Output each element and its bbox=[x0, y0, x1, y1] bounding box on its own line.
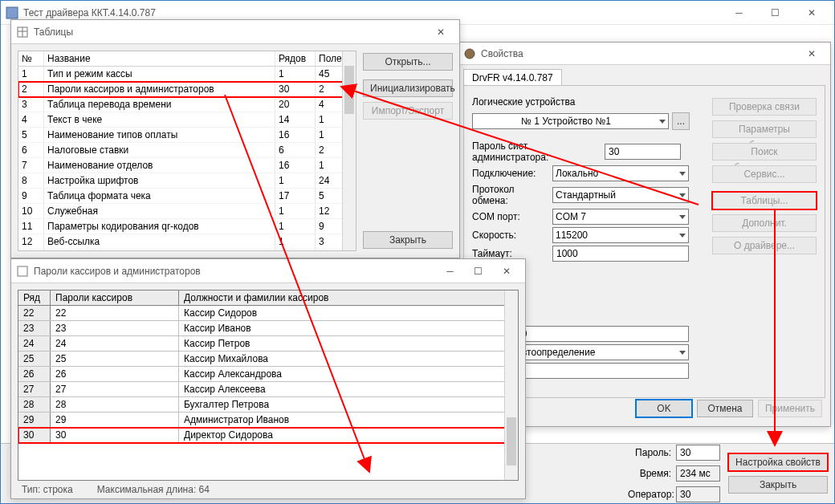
cell-no: 12 bbox=[18, 234, 44, 249]
password-row[interactable]: 2525Кассир Михайлова bbox=[18, 352, 518, 367]
password-row[interactable]: 2929Администратор Иванов bbox=[18, 413, 518, 428]
properties-titlebar: Свойства ✕ bbox=[458, 43, 830, 65]
tables-button[interactable]: Таблицы... bbox=[712, 192, 817, 209]
tables-close-icon[interactable]: ✕ bbox=[426, 20, 454, 43]
device-select[interactable]: № 1 Устройство №1 bbox=[472, 113, 669, 129]
type-label: Тип: строка bbox=[22, 484, 73, 495]
cell-pwd: 27 bbox=[51, 382, 179, 396]
import-export-button[interactable]: Импорт/Экспорт bbox=[363, 102, 453, 120]
password-row[interactable]: 2222Кассир Сидоров bbox=[18, 306, 518, 321]
main-close-button[interactable]: Закрыть bbox=[728, 476, 828, 494]
cell-fio: Директор Сидорова bbox=[179, 428, 518, 442]
passwords-scrollbar[interactable] bbox=[504, 291, 518, 480]
exchange-params-button[interactable]: Параметры обмена... bbox=[712, 120, 817, 138]
close-button[interactable]: ✕ bbox=[793, 1, 829, 24]
passwords-icon bbox=[16, 265, 29, 278]
passwords-grid[interactable]: Ряд Пароли кассиров Должности и фамилии … bbox=[18, 290, 519, 481]
speed-select[interactable]: 115200 bbox=[552, 227, 689, 243]
cell-pwd: 30 bbox=[51, 428, 179, 442]
logical-devices-label: Логические устройства bbox=[472, 96, 575, 108]
extra-params-button[interactable]: Дополнит. параметры... bbox=[712, 214, 817, 232]
service-button[interactable]: Сервис... bbox=[712, 165, 817, 183]
device-more-button[interactable]: ... bbox=[672, 112, 690, 130]
chevron-down-icon bbox=[659, 120, 666, 124]
protocol-select[interactable]: Стандартный bbox=[552, 187, 689, 203]
password-row[interactable]: 2727Кассир Алексеева bbox=[18, 382, 518, 397]
search-hardware-button[interactable]: Поиск оборудования... bbox=[712, 143, 817, 161]
cell-no: 6 bbox=[18, 143, 44, 157]
tables-side-buttons: Открыть... Инициализировать Импорт/Экспо… bbox=[363, 44, 459, 258]
apply-button[interactable]: Применить bbox=[758, 400, 822, 417]
password-row[interactable]: 3030Директор Сидорова bbox=[18, 428, 518, 443]
col-password: Пароли кассиров bbox=[51, 291, 179, 305]
tables-titlebar: Таблицы ✕ bbox=[11, 20, 459, 44]
table-row[interactable]: 10Служебная112 bbox=[18, 204, 356, 219]
passwords-maximize-icon[interactable]: ☐ bbox=[464, 259, 492, 282]
chevron-down-icon bbox=[679, 172, 686, 176]
password-row[interactable]: 2626Кассир Александрова bbox=[18, 367, 518, 382]
cell-name: Таблица формата чека bbox=[44, 189, 275, 203]
table-row[interactable]: 9Таблица формата чека175 bbox=[18, 189, 356, 204]
minimize-button[interactable]: ─ bbox=[721, 1, 757, 24]
operator-value: 30 bbox=[676, 486, 720, 502]
cell-ryad: 30 bbox=[18, 428, 51, 442]
pwd-label: Пароль: bbox=[628, 447, 676, 458]
driver-version-tab[interactable]: DrvFR v4.14.0.787 bbox=[463, 69, 562, 86]
chevron-down-icon bbox=[679, 215, 686, 219]
oper-label: Оператор: bbox=[628, 489, 676, 500]
password-input[interactable] bbox=[676, 445, 720, 461]
table-row[interactable]: 11Параметры кодирования qr-кодов19 bbox=[18, 219, 356, 234]
password-row[interactable]: 2424Кассир Петров bbox=[18, 336, 518, 352]
passwords-title: Пароли кассиров и администраторов bbox=[34, 266, 436, 277]
cell-rows: 16 bbox=[275, 158, 316, 173]
password-row[interactable]: 2323Кассир Иванов bbox=[18, 321, 518, 336]
table-row[interactable]: 8Настройка шрифтов124 bbox=[18, 173, 356, 189]
init-table-button[interactable]: Инициализировать bbox=[363, 79, 453, 97]
properties-close-icon[interactable]: ✕ bbox=[797, 42, 825, 65]
check-connection-button[interactable]: Проверка связи bbox=[712, 98, 817, 116]
table-row[interactable]: 13Параметры термопечати14 bbox=[18, 250, 356, 251]
passwords-status-bar: Тип: строка Максимальная длина: 64 bbox=[22, 484, 210, 495]
cell-pwd: 22 bbox=[51, 306, 179, 320]
about-driver-button[interactable]: О драйвере... bbox=[712, 237, 817, 254]
ok-button[interactable]: OK bbox=[636, 400, 692, 417]
passwords-minimize-icon[interactable]: ─ bbox=[436, 259, 464, 282]
timeout-input[interactable] bbox=[552, 246, 689, 262]
table-row[interactable]: 6Налоговые ставки62 bbox=[18, 143, 356, 158]
comport-select[interactable]: COM 7 bbox=[552, 209, 689, 225]
table-row[interactable]: 2Пароли кассиров и администраторов302 bbox=[18, 82, 356, 97]
table-row[interactable]: 3Таблица перевода времени204 bbox=[18, 97, 356, 112]
tables-title: Таблицы bbox=[34, 26, 426, 38]
table-row[interactable]: 7Наименование отделов161 bbox=[18, 158, 356, 173]
setup-properties-button[interactable]: Настройка свойств bbox=[728, 453, 828, 471]
chevron-down-icon bbox=[679, 193, 686, 197]
timeout-label: Таймаут: bbox=[472, 248, 552, 259]
open-table-button[interactable]: Открыть... bbox=[363, 53, 453, 71]
cell-pwd: 26 bbox=[51, 367, 179, 381]
tables-list[interactable]: № Название Рядов Полей 1Тип и режим касс… bbox=[18, 51, 356, 251]
cell-pwd: 24 bbox=[51, 336, 179, 351]
autodetect-select[interactable]: Автоопределение bbox=[512, 344, 689, 360]
cancel-button[interactable]: Отмена bbox=[697, 400, 753, 417]
cell-rows: 1 bbox=[275, 234, 316, 249]
cell-ryad: 26 bbox=[18, 367, 51, 381]
table-row[interactable]: 1Тип и режим кассы145 bbox=[18, 67, 356, 82]
table-row[interactable]: 5Наименование типов оплаты161 bbox=[18, 128, 356, 143]
tables-scrollbar[interactable] bbox=[342, 51, 356, 250]
table-row[interactable]: 4Текст в чеке141 bbox=[18, 112, 356, 128]
tables-close-button[interactable]: Закрыть bbox=[363, 231, 453, 249]
properties-icon bbox=[463, 47, 476, 60]
password-row[interactable]: 2828Бухгалтер Петрова bbox=[18, 397, 518, 413]
cell-no: 13 bbox=[18, 250, 44, 251]
table-row[interactable]: 12Веб-ссылка13 bbox=[18, 234, 356, 250]
sys-pwd-input[interactable] bbox=[605, 144, 681, 160]
lower-pwd-input[interactable] bbox=[512, 326, 689, 342]
lower-ki-input[interactable] bbox=[512, 363, 689, 379]
maximize-button[interactable]: ☐ bbox=[757, 1, 793, 24]
connection-select[interactable]: Локально bbox=[552, 165, 689, 181]
passwords-close-icon[interactable]: ✕ bbox=[492, 259, 520, 282]
cell-ryad: 27 bbox=[18, 382, 51, 396]
cell-fio: Кассир Александрова bbox=[179, 367, 518, 381]
cell-fio: Кассир Петров bbox=[179, 336, 518, 351]
passwords-header-row: Ряд Пароли кассиров Должности и фамилии … bbox=[18, 291, 518, 306]
